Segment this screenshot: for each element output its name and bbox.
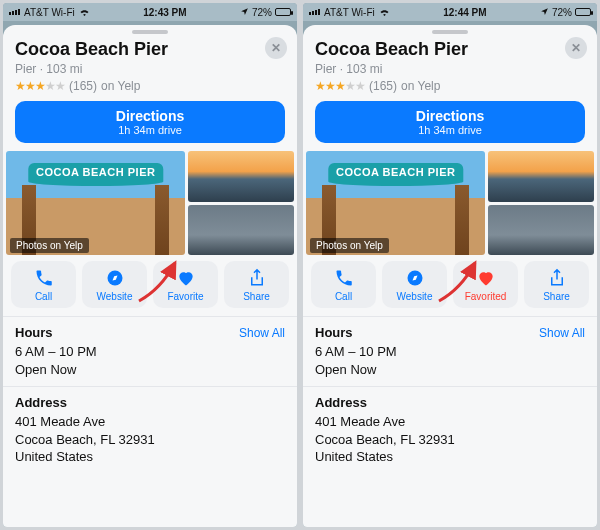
heart-icon xyxy=(475,267,497,289)
place-subtitle: Pier · 103 mi xyxy=(315,62,585,76)
location-icon xyxy=(240,7,249,18)
address-section[interactable]: Address 401 Meade Ave Cocoa Beach, FL 32… xyxy=(303,386,597,474)
address-heading: Address xyxy=(15,395,285,410)
photo-thumb-1[interactable] xyxy=(488,151,594,202)
photo-thumb-2[interactable] xyxy=(188,205,294,256)
website-label: Website xyxy=(397,291,433,302)
directions-button[interactable]: Directions 1h 34m drive xyxy=(15,101,285,143)
address-line3: United States xyxy=(15,448,285,466)
photo-thumb-1[interactable] xyxy=(188,151,294,202)
star-icons: ★★★★★ xyxy=(315,79,365,93)
share-label: Share xyxy=(243,291,270,302)
directions-label: Directions xyxy=(315,108,585,124)
signal-icon xyxy=(9,9,20,15)
hours-heading: Hours xyxy=(15,325,53,340)
screenshot-right: AT&T Wi-Fi 12:44 PM 72% ✕ Cocoa Beach Pi… xyxy=(303,3,597,527)
open-status: Open Now xyxy=(315,361,585,379)
hours-section: Hours Show All 6 AM – 10 PM Open Now xyxy=(3,316,297,386)
heart-icon xyxy=(175,267,197,289)
carrier-label: AT&T Wi-Fi xyxy=(324,7,375,18)
place-card: ✕ Cocoa Beach Pier Pier · 103 mi ★★★★★ (… xyxy=(3,25,297,527)
directions-sublabel: 1h 34m drive xyxy=(15,124,285,136)
hours-range: 6 AM – 10 PM xyxy=(15,343,285,361)
photo-strip[interactable]: COCOA BEACH PIER Photos on Yelp xyxy=(306,151,594,261)
photos-source-tag: Photos on Yelp xyxy=(10,238,89,253)
address-section[interactable]: Address 401 Meade Ave Cocoa Beach, FL 32… xyxy=(3,386,297,474)
status-bar: AT&T Wi-Fi 12:44 PM 72% xyxy=(303,3,597,21)
rating-row[interactable]: ★★★★★ (165) on Yelp xyxy=(315,79,585,93)
place-title: Cocoa Beach Pier xyxy=(15,39,285,60)
share-label: Share xyxy=(543,291,570,302)
clock-label: 12:43 PM xyxy=(90,7,240,18)
hours-section: Hours Show All 6 AM – 10 PM Open Now xyxy=(303,316,597,386)
star-icons: ★★★★★ xyxy=(15,79,65,93)
favorite-label: Favorite xyxy=(167,291,203,302)
place-title: Cocoa Beach Pier xyxy=(315,39,585,60)
clock-label: 12:44 PM xyxy=(390,7,540,18)
action-row: Call Website Favorite Share xyxy=(3,261,297,316)
favorite-button[interactable]: Favorite xyxy=(153,261,218,308)
directions-label: Directions xyxy=(15,108,285,124)
website-label: Website xyxy=(97,291,133,302)
place-subtitle: Pier · 103 mi xyxy=(15,62,285,76)
place-card: ✕ Cocoa Beach Pier Pier · 103 mi ★★★★★ (… xyxy=(303,25,597,527)
wifi-icon xyxy=(379,7,390,18)
address-line2: Cocoa Beach, FL 32931 xyxy=(15,431,285,449)
battery-label: 72% xyxy=(552,7,572,18)
photo-thumb-2[interactable] xyxy=(488,205,594,256)
review-count: (165) xyxy=(69,79,97,93)
directions-sublabel: 1h 34m drive xyxy=(315,124,585,136)
close-button[interactable]: ✕ xyxy=(265,37,287,59)
screenshot-left: AT&T Wi-Fi 12:43 PM 72% ✕ Cocoa Beach Pi… xyxy=(3,3,297,527)
call-button[interactable]: Call xyxy=(311,261,376,308)
share-button[interactable]: Share xyxy=(524,261,589,308)
address-heading: Address xyxy=(315,395,585,410)
wifi-icon xyxy=(79,7,90,18)
share-icon xyxy=(246,267,268,289)
show-all-link[interactable]: Show All xyxy=(239,326,285,340)
close-button[interactable]: ✕ xyxy=(565,37,587,59)
action-row: Call Website Favorited Share xyxy=(303,261,597,316)
compass-icon xyxy=(404,267,426,289)
website-button[interactable]: Website xyxy=(82,261,147,308)
photo-sign-text: COCOA BEACH PIER xyxy=(328,163,463,186)
battery-icon xyxy=(575,8,591,16)
directions-button[interactable]: Directions 1h 34m drive xyxy=(315,101,585,143)
call-label: Call xyxy=(335,291,352,302)
phone-icon xyxy=(333,267,355,289)
address-line1: 401 Meade Ave xyxy=(15,413,285,431)
photo-sign-text: COCOA BEACH PIER xyxy=(28,163,163,186)
photo-strip[interactable]: COCOA BEACH PIER Photos on Yelp xyxy=(6,151,294,261)
hours-range: 6 AM – 10 PM xyxy=(315,343,585,361)
hours-heading: Hours xyxy=(315,325,353,340)
signal-icon xyxy=(309,9,320,15)
photos-source-tag: Photos on Yelp xyxy=(310,238,389,253)
share-icon xyxy=(546,267,568,289)
share-button[interactable]: Share xyxy=(224,261,289,308)
address-line3: United States xyxy=(315,448,585,466)
review-source: on Yelp xyxy=(101,79,140,93)
compass-icon xyxy=(104,267,126,289)
rating-row[interactable]: ★★★★★ (165) on Yelp xyxy=(15,79,285,93)
call-button[interactable]: Call xyxy=(11,261,76,308)
favorite-label: Favorited xyxy=(465,291,507,302)
review-source: on Yelp xyxy=(401,79,440,93)
favorite-button[interactable]: Favorited xyxy=(453,261,518,308)
close-icon: ✕ xyxy=(571,41,581,55)
location-icon xyxy=(540,7,549,18)
call-label: Call xyxy=(35,291,52,302)
battery-icon xyxy=(275,8,291,16)
battery-label: 72% xyxy=(252,7,272,18)
address-line1: 401 Meade Ave xyxy=(315,413,585,431)
website-button[interactable]: Website xyxy=(382,261,447,308)
show-all-link[interactable]: Show All xyxy=(539,326,585,340)
status-bar: AT&T Wi-Fi 12:43 PM 72% xyxy=(3,3,297,21)
close-icon: ✕ xyxy=(271,41,281,55)
phone-icon xyxy=(33,267,55,289)
open-status: Open Now xyxy=(15,361,285,379)
review-count: (165) xyxy=(369,79,397,93)
address-line2: Cocoa Beach, FL 32931 xyxy=(315,431,585,449)
carrier-label: AT&T Wi-Fi xyxy=(24,7,75,18)
